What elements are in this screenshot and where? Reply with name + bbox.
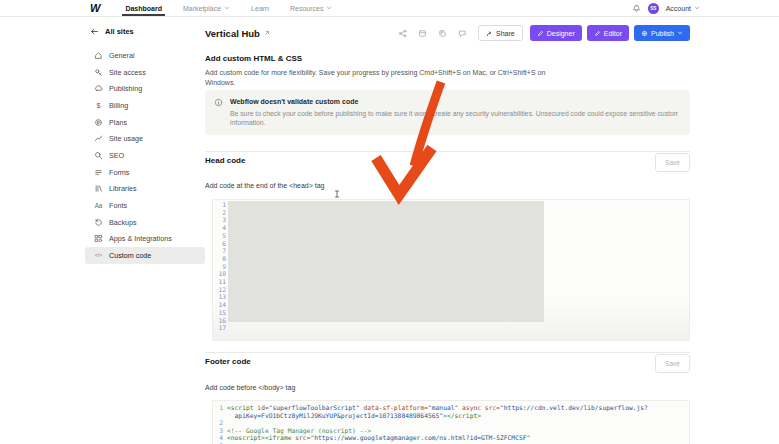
sidebar-item-label: SEO bbox=[109, 151, 124, 160]
share-arrow-icon bbox=[486, 30, 493, 37]
head-code-save-button[interactable]: Save bbox=[655, 153, 690, 172]
sidebar-item-label: Site access bbox=[109, 68, 146, 77]
webflow-logo-icon[interactable]: W bbox=[90, 3, 100, 14]
head-code-editor[interactable]: 1234567891011121314151617 bbox=[212, 199, 690, 341]
head-code-selection bbox=[228, 201, 544, 322]
notice-body: Be sure to check your code before publis… bbox=[230, 109, 678, 127]
footer-code-hint: Add code before </body> tag bbox=[205, 384, 295, 391]
avatar[interactable]: SS bbox=[648, 3, 659, 14]
fonts-icon: Aa bbox=[94, 201, 103, 210]
apps-icon bbox=[94, 234, 103, 243]
sidebar-item-forms[interactable]: Forms bbox=[85, 164, 205, 181]
validation-notice: Webflow doesn't validate custom code Be … bbox=[205, 90, 690, 135]
sidebar-item-label: Site usage bbox=[109, 134, 143, 143]
footer-code-rows: 1<script id="superflowToolbarScript" dat… bbox=[213, 404, 689, 444]
back-arrow-icon bbox=[90, 27, 99, 36]
share-button[interactable]: Share bbox=[478, 25, 523, 41]
sidebar-item-label: Fonts bbox=[109, 201, 127, 210]
sidebar-item-label: Backups bbox=[109, 218, 137, 227]
page-description: Add custom code for more flexibility. Sa… bbox=[205, 68, 545, 87]
sidebar-item-libraries[interactable]: Libraries bbox=[85, 181, 205, 198]
sidebar-item-seo[interactable]: SEO bbox=[85, 147, 205, 164]
external-link-icon[interactable] bbox=[264, 30, 270, 36]
footer-section-divider bbox=[205, 352, 690, 353]
sidebar-item-plans[interactable]: Plans bbox=[85, 114, 205, 131]
editor-button[interactable]: Editor bbox=[587, 25, 629, 41]
notice-title: Webflow doesn't validate custom code bbox=[230, 98, 678, 105]
code-line: 3<!-- Google Tag Manager (noscript) --> bbox=[213, 427, 689, 435]
sidebar-nav: GeneralSite accessPublishing$BillingPlan… bbox=[85, 47, 205, 264]
nav-item-marketplace[interactable]: Marketplace bbox=[183, 0, 230, 16]
sidebar-item-label: Billing bbox=[109, 101, 128, 110]
code-line: 4<noscript><iframe src="https://www.goog… bbox=[213, 434, 689, 442]
back-label: All sites bbox=[105, 27, 134, 36]
nav-item-resources[interactable]: Resources bbox=[290, 0, 332, 16]
badge-icon bbox=[94, 118, 103, 127]
sidebar-item-label: Custom code bbox=[109, 251, 151, 260]
sidebar-item-apps-integrations[interactable]: Apps & Integrations bbox=[85, 231, 205, 248]
duplicate-icon[interactable] bbox=[438, 29, 447, 38]
site-header: Vertical Hub Share Designer Editor Publi… bbox=[205, 24, 690, 42]
sidebar-item-fonts[interactable]: AaFonts bbox=[85, 197, 205, 214]
publish-button[interactable]: Publish bbox=[634, 25, 690, 41]
head-code-title: Head code bbox=[205, 156, 245, 165]
footer-code-editor[interactable]: 1<script id="superflowToolbarScript" dat… bbox=[212, 400, 690, 444]
code-line: apiKey=FvO1bCtz8yMilJ9KuYUP&projectId=10… bbox=[213, 412, 689, 420]
code-line: 2 bbox=[213, 419, 689, 427]
top-nav: W DashboardMarketplaceLearnResources SS … bbox=[0, 0, 779, 17]
designer-button[interactable]: Designer bbox=[530, 25, 582, 41]
svg-text:$: $ bbox=[97, 101, 101, 110]
pencil-icon bbox=[594, 30, 601, 37]
archive-icon[interactable] bbox=[418, 29, 427, 38]
code-icon: </> bbox=[94, 251, 103, 260]
back-to-all-sites[interactable]: All sites bbox=[85, 27, 205, 36]
sidebar-item-general[interactable]: General bbox=[85, 47, 205, 64]
svg-text:</>: </> bbox=[95, 254, 102, 259]
site-title: Vertical Hub bbox=[205, 28, 260, 39]
sidebar-item-label: Forms bbox=[109, 168, 129, 177]
sidebar-item-site-usage[interactable]: Site usage bbox=[85, 130, 205, 147]
nav-item-learn[interactable]: Learn bbox=[251, 0, 269, 16]
chevron-down-icon bbox=[326, 5, 332, 11]
comment-icon[interactable] bbox=[458, 29, 467, 38]
sidebar-item-label: General bbox=[109, 51, 135, 60]
nav-item-dashboard[interactable]: Dashboard bbox=[125, 0, 162, 16]
account-menu[interactable]: Account bbox=[666, 5, 700, 12]
restore-icon bbox=[94, 218, 103, 227]
home-icon bbox=[94, 51, 103, 60]
main-content: Vertical Hub Share Designer Editor Publi… bbox=[205, 0, 690, 444]
sidebar-item-billing[interactable]: $Billing bbox=[85, 97, 205, 114]
chevron-down-icon bbox=[224, 5, 230, 11]
sidebar-item-custom-code[interactable]: </>Custom code bbox=[85, 247, 205, 264]
page-title: Add custom HTML & CSS bbox=[205, 54, 302, 63]
share-nodes-icon[interactable] bbox=[398, 29, 407, 38]
svg-text:Aa: Aa bbox=[95, 202, 103, 209]
sidebar-item-site-access[interactable]: Site access bbox=[85, 64, 205, 81]
code-line: 1<script id="superflowToolbarScript" dat… bbox=[213, 404, 689, 412]
bell-icon[interactable] bbox=[632, 4, 641, 13]
library-icon bbox=[94, 184, 103, 193]
sidebar-item-label: Plans bbox=[109, 118, 127, 127]
info-icon bbox=[214, 98, 223, 107]
top-nav-right: SS Account bbox=[632, 3, 779, 14]
forms-icon bbox=[94, 168, 103, 177]
dollar-icon: $ bbox=[94, 101, 103, 110]
chart-icon bbox=[94, 134, 103, 143]
cloud-icon bbox=[94, 84, 103, 93]
header-actions: Share Designer Editor Publish bbox=[398, 25, 690, 41]
sidebar-item-publishing[interactable]: Publishing bbox=[85, 80, 205, 97]
sidebar-item-label: Apps & Integrations bbox=[109, 234, 172, 243]
primary-nav: DashboardMarketplaceLearnResources bbox=[125, 0, 332, 16]
account-label: Account bbox=[666, 5, 691, 12]
sidebar-item-label: Libraries bbox=[109, 184, 137, 193]
sidebar-item-label: Publishing bbox=[109, 84, 142, 93]
head-code-gutter: 1234567891011121314151617 bbox=[213, 201, 226, 332]
settings-sidebar: All sites GeneralSite accessPublishing$B… bbox=[85, 22, 205, 264]
footer-code-save-button[interactable]: Save bbox=[655, 354, 690, 373]
head-section-divider bbox=[205, 151, 690, 152]
sidebar-item-backups[interactable]: Backups bbox=[85, 214, 205, 231]
pen-icon bbox=[537, 30, 544, 37]
key-icon bbox=[94, 68, 103, 77]
chevron-down-icon bbox=[694, 5, 700, 11]
globe-icon bbox=[641, 30, 648, 37]
